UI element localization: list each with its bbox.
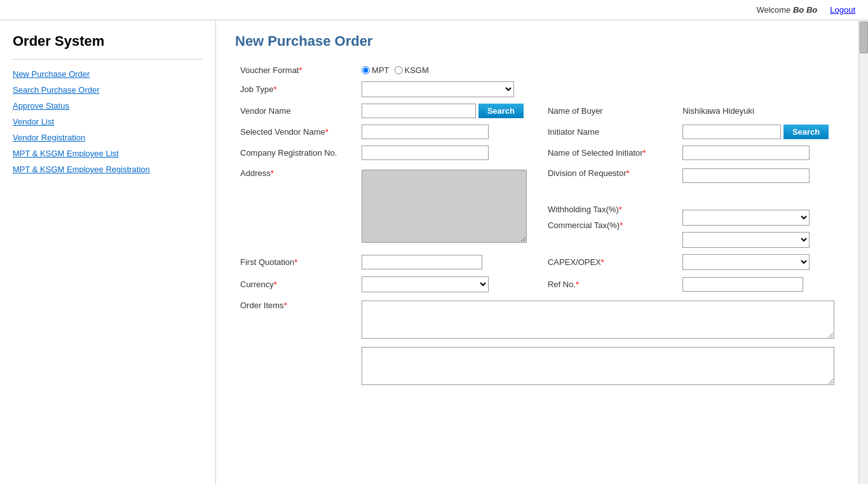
search-initiator-button[interactable]: Search	[783, 125, 829, 139]
logout-link[interactable]: Logout	[830, 5, 855, 15]
sidebar-item-vendor-list[interactable]: Vendor List	[13, 117, 203, 126]
sidebar-item-mpt-ksgm-employee-registration[interactable]: MPT & KSGM Employee Registration	[13, 165, 203, 174]
capex-select[interactable]	[682, 254, 810, 270]
initiator-name-input[interactable]	[682, 125, 781, 139]
voucher-format-row: Voucher Format* MPT KSGM	[235, 62, 839, 78]
voucher-mpt-radio[interactable]	[362, 66, 370, 74]
name-of-buyer-value: Nishikawa Hideyuki	[677, 100, 839, 121]
vendor-name-label: Vendor Name	[235, 100, 356, 121]
welcome-text: Welcome Bo Bo	[756, 5, 817, 15]
search-vendor-button[interactable]: Search	[478, 104, 524, 118]
order-items-textarea[interactable]	[362, 301, 834, 339]
commercial-tax-select[interactable]	[682, 232, 810, 248]
extra-textarea-row	[235, 344, 839, 390]
selected-vendor-input	[362, 125, 489, 139]
app-title: Order System	[13, 33, 203, 60]
address-division-row: Address* Division of Requestor* Withhold…	[235, 163, 839, 251]
sidebar-item-approve-status[interactable]: Approve Status	[13, 101, 203, 111]
scrollbar[interactable]	[858, 20, 868, 484]
company-reg-row: Company Registration No. Name of Selecte…	[235, 142, 839, 163]
currency-refno-row: Currency* Ref No.*	[235, 273, 839, 295]
address-label: Address*	[235, 163, 356, 251]
voucher-mpt-option[interactable]: MPT	[362, 65, 389, 75]
sidebar-nav: New Purchase Order Search Purchase Order…	[13, 69, 203, 174]
ref-no-label: Ref No.*	[543, 273, 677, 295]
initiator-name-label: Initiator Name	[543, 121, 677, 142]
voucher-format-label: Voucher Format*	[235, 62, 356, 78]
extra-textarea[interactable]	[362, 347, 834, 385]
first-quotation-label: First Quotation*	[235, 251, 356, 273]
purchase-order-form: Voucher Format* MPT KSGM	[235, 62, 839, 390]
order-items-row: Order Items*	[235, 295, 839, 344]
withholding-tax-label: Withholding Tax(%)	[548, 205, 619, 214]
sidebar: Order System New Purchase Order Search P…	[0, 20, 216, 484]
top-bar: Welcome Bo Bo Logout	[0, 0, 868, 20]
page-title: New Purchase Order	[235, 33, 839, 50]
name-selected-initiator-label: Name of Selected Initiator*	[543, 142, 677, 163]
division-label: Division of Requestor	[548, 168, 627, 178]
sidebar-item-search-purchase-order[interactable]: Search Purchase Order	[13, 85, 203, 95]
vendor-name-row: Vendor Name Search Name of Buyer Nishika…	[235, 100, 839, 121]
name-selected-initiator-input	[682, 146, 810, 160]
commercial-tax-label: Commercial Tax(%)	[548, 220, 620, 230]
order-items-label: Order Items*	[235, 295, 356, 344]
selected-vendor-row: Selected Vendor Name* Initiator Name Sea…	[235, 121, 839, 142]
quotation-capex-row: First Quotation* CAPEX/OPEX*	[235, 251, 839, 273]
name-of-buyer-label: Name of Buyer	[543, 100, 677, 121]
division-input	[682, 168, 810, 183]
voucher-ksgm-option[interactable]: KSGM	[395, 65, 429, 75]
withholding-tax-select[interactable]	[682, 210, 810, 226]
ref-no-input[interactable]	[682, 277, 803, 292]
company-reg-input	[362, 146, 489, 160]
main-content: New Purchase Order Voucher Format* MPT	[216, 20, 858, 484]
company-reg-label: Company Registration No.	[235, 142, 356, 163]
capex-label: CAPEX/OPEX*	[543, 251, 677, 273]
voucher-ksgm-radio[interactable]	[395, 66, 403, 74]
currency-label: Currency*	[235, 273, 356, 295]
selected-vendor-label: Selected Vendor Name*	[235, 121, 356, 142]
sidebar-item-vendor-registration[interactable]: Vendor Registration	[13, 133, 203, 142]
first-quotation-input[interactable]	[362, 255, 482, 269]
address-textarea	[362, 170, 527, 243]
sidebar-item-new-purchase-order[interactable]: New Purchase Order	[13, 69, 203, 79]
sidebar-item-mpt-ksgm-employee-list[interactable]: MPT & KSGM Employee List	[13, 149, 203, 158]
currency-select[interactable]	[362, 276, 489, 292]
job-type-row: Job Type*	[235, 78, 839, 100]
vendor-name-input[interactable]	[362, 104, 476, 118]
voucher-format-field: MPT KSGM	[356, 62, 839, 78]
job-type-label: Job Type*	[235, 78, 356, 100]
job-type-select[interactable]	[362, 81, 514, 97]
scrollbar-thumb[interactable]	[860, 22, 868, 53]
